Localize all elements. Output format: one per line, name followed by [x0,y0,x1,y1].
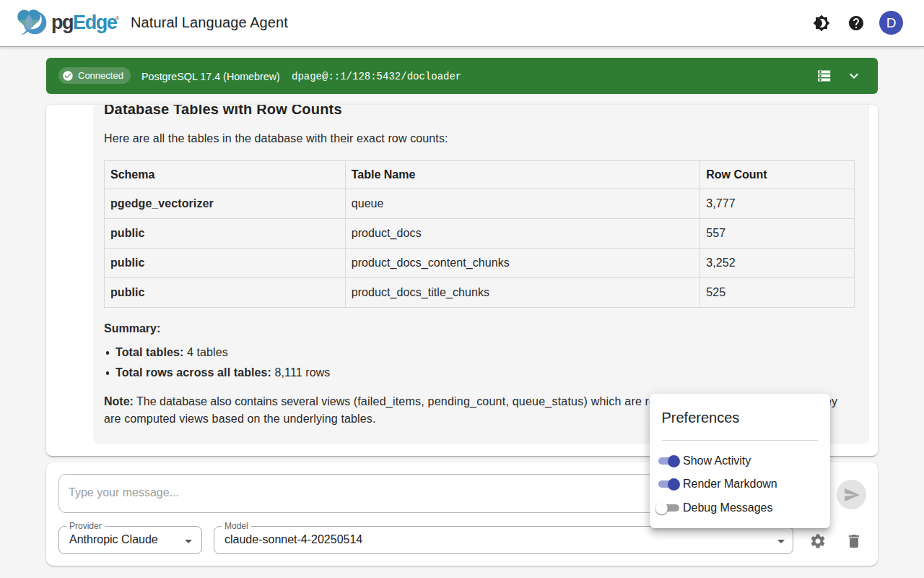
svg-text:®: ® [116,16,120,21]
svg-text:pgEdge: pgEdge [51,12,118,33]
